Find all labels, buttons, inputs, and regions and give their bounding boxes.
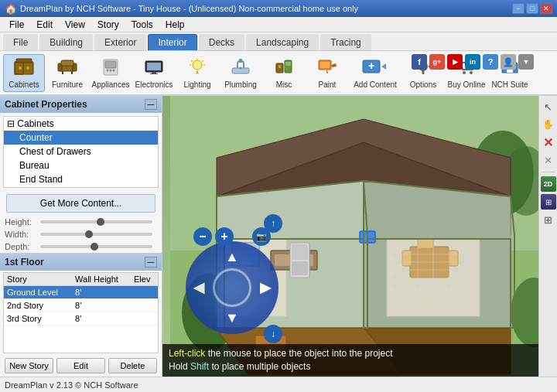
menu-file[interactable]: File <box>3 18 30 32</box>
window-controls[interactable]: − □ ✕ <box>512 3 552 14</box>
elev-2nd <box>131 299 158 312</box>
wall-height-ground: 8' <box>72 286 131 299</box>
3d-view-area[interactable]: ▲ ▼ ◀ ▶ − + 📷 ↑ ↓ <box>162 96 557 377</box>
menu-view[interactable]: View <box>59 18 91 32</box>
tab-tracing[interactable]: Tracing <box>320 34 371 50</box>
svg-rect-12 <box>105 61 116 68</box>
google-plus-icon[interactable]: g+ <box>429 54 445 70</box>
depth-label: Depth: <box>5 242 36 251</box>
buy-online-label: Buy Online <box>448 80 486 89</box>
height-label: Height: <box>5 217 36 227</box>
svg-point-28 <box>240 66 242 69</box>
nav-down-arrow[interactable]: ▼ <box>225 310 239 326</box>
menu-help[interactable]: Help <box>159 18 191 32</box>
depth-thumb[interactable] <box>91 243 98 251</box>
svg-point-44 <box>470 71 473 74</box>
nav-right-arrow[interactable]: ▶ <box>260 279 271 296</box>
shift-key-highlight: Shift <box>190 361 209 372</box>
youtube-icon[interactable]: ▶ <box>447 54 463 70</box>
tilt-up-button[interactable]: ↑ <box>264 214 282 233</box>
help-icon[interactable]: ? <box>483 54 498 70</box>
new-story-button[interactable]: New Story <box>5 358 53 373</box>
tree-counter[interactable]: Counter <box>4 131 158 145</box>
svg-rect-66 <box>418 239 433 248</box>
col-wall-height: Wall Height <box>72 273 131 286</box>
nav-left-arrow[interactable]: ◀ <box>193 279 204 296</box>
width-thumb[interactable] <box>85 230 93 238</box>
tree-bureau[interactable]: Bureau <box>4 159 158 172</box>
height-thumb[interactable] <box>97 218 104 226</box>
toolbar-misc[interactable]: Misc <box>263 55 305 91</box>
plumbing-label: Plumbing <box>224 80 257 89</box>
svg-point-15 <box>113 69 115 71</box>
tree-end-stand[interactable]: End Stand <box>4 172 158 186</box>
table-row[interactable]: Ground Level 8' <box>4 286 158 299</box>
edit-story-button[interactable]: Edit <box>56 358 105 373</box>
linkedin-icon[interactable]: in <box>465 54 480 70</box>
3d-view-icon[interactable]: ⊞ <box>541 194 556 210</box>
account-icon[interactable]: 👤 <box>501 54 516 70</box>
floor-panel-header: 1st Floor — <box>0 254 162 271</box>
svg-rect-68 <box>292 244 308 260</box>
facebook-icon[interactable]: f <box>412 54 427 70</box>
col-elev: Elev <box>131 273 158 286</box>
tab-exterior[interactable]: Exterior <box>94 34 146 50</box>
tab-bar: File Building Exterior Interior Decks La… <box>0 32 557 51</box>
table-row[interactable]: 2nd Story 8' <box>4 299 158 312</box>
maximize-button[interactable]: □ <box>526 3 538 14</box>
app-icon: 🏠 <box>5 3 17 15</box>
tree-chest-of-drawers[interactable]: Chest of Drawers <box>4 145 158 159</box>
tab-file[interactable]: File <box>3 34 38 50</box>
nav-circle[interactable]: ▲ ▼ ◀ ▶ <box>186 241 278 334</box>
close-button[interactable]: ✕ <box>540 3 552 14</box>
nav-up-arrow[interactable]: ▲ <box>225 249 239 265</box>
toolbar-cabinets[interactable]: Cabinets <box>3 54 45 92</box>
story-ground: Ground Level <box>4 286 72 299</box>
cabinets-label: Cabinets <box>9 80 39 89</box>
table-row[interactable]: 3rd Story 8' <box>4 312 158 326</box>
zoom-out-button[interactable]: − <box>193 227 212 246</box>
cabinet-properties-collapse[interactable]: — <box>145 99 157 110</box>
tab-interior[interactable]: Interior <box>148 34 196 50</box>
paint-label: Paint <box>319 80 337 89</box>
rotate-tool-icon[interactable]: ✕ <box>541 135 556 150</box>
toolbar-appliances[interactable]: Appliances <box>90 55 132 91</box>
delete-story-button[interactable]: Delete <box>108 358 157 373</box>
2d-view-icon[interactable]: 2D <box>541 176 556 192</box>
toolbar-furniture[interactable]: Furniture <box>46 55 88 91</box>
svg-point-13 <box>107 69 109 71</box>
expand-icon[interactable]: ▼ <box>518 54 534 70</box>
tree-cabinets-group[interactable]: ⊟ Cabinets <box>4 117 158 131</box>
hand-tool-icon[interactable]: ✋ <box>541 117 556 132</box>
floor-buttons: New Story Edit Delete <box>0 355 162 377</box>
minimize-button[interactable]: − <box>512 3 525 14</box>
svg-rect-40 <box>422 70 425 74</box>
instruction-line-2: Hold Shift to place multiple objects <box>169 360 551 373</box>
zoom-in-button[interactable]: + <box>215 227 234 246</box>
toolbar-plumbing[interactable]: Plumbing <box>220 55 261 91</box>
width-label: Width: <box>5 230 36 239</box>
delete-tool-icon[interactable]: ✕ <box>541 152 556 168</box>
menu-story[interactable]: Story <box>91 18 125 32</box>
cursor-tool-icon[interactable]: ↖ <box>541 99 556 114</box>
tab-landscaping[interactable]: Landscaping <box>246 34 319 50</box>
tree-shelving-group[interactable]: ⊟ Shelving <box>4 186 158 188</box>
plumbing-icon <box>230 57 251 79</box>
tilt-down-button[interactable]: ↓ <box>264 325 282 343</box>
tab-building[interactable]: Building <box>39 34 93 50</box>
toolbar-lighting[interactable]: Lighting <box>176 55 218 91</box>
tab-decks[interactable]: Decks <box>199 34 244 50</box>
lighting-icon <box>186 57 208 79</box>
toolbar-paint[interactable]: Paint <box>306 55 348 91</box>
menu-tools[interactable]: Tools <box>125 18 159 32</box>
zoom-fit-icon[interactable]: ⊞ <box>541 212 556 227</box>
nch-suite-label: NCH Suite <box>491 80 528 89</box>
expand-cabinets-icon: ⊟ <box>7 118 17 129</box>
floor-panel-collapse[interactable]: — <box>145 257 157 268</box>
instruction-bar: Left-click the mouse to place the object… <box>162 344 557 377</box>
toolbar-electronics[interactable]: Electronics <box>133 55 175 91</box>
get-more-content-button[interactable]: Get More Content... <box>6 194 155 213</box>
toolbar-add-content[interactable]: + Add Content <box>350 55 401 91</box>
menu-edit[interactable]: Edit <box>30 18 59 32</box>
width-slider-row: Width: <box>0 228 162 240</box>
